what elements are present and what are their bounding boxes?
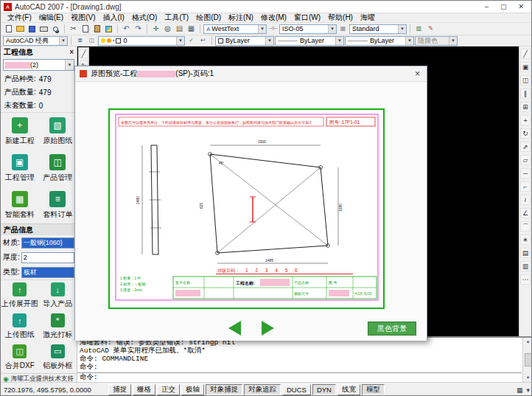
aluminum-frame-button[interactable]: ▭ 铝板外框 <box>39 342 77 373</box>
status-menu-icon[interactable]: ▾ <box>526 386 530 394</box>
command-input[interactable]: 命令: <box>77 372 522 382</box>
copy-object-icon[interactable]: ▣ <box>520 62 531 72</box>
new-project-button[interactable]: ＋ 新建工程 <box>1 113 39 150</box>
type-input[interactable]: 板材 <box>21 267 74 278</box>
upload-drawing-button[interactable]: ↑ 上传图纸 <box>1 311 39 342</box>
dim-style-combo[interactable]: ISO-05 ▼ <box>279 24 337 34</box>
product-manage-button[interactable]: ◫ 产品管理 <box>39 150 77 187</box>
properties-icon[interactable]: ▤ <box>174 24 185 34</box>
make-current-icon[interactable]: ✓ <box>186 35 197 46</box>
merge-dxf-button[interactable]: ◫ 合并DXF <box>1 342 39 373</box>
text-style-combo[interactable]: A WestText ▼ <box>203 24 267 34</box>
copy-icon[interactable] <box>80 24 91 34</box>
combo-arrow-icon[interactable]: ▼ <box>328 25 336 33</box>
import-product-button[interactable]: ↓ 导入产品 <box>39 280 77 311</box>
combo-arrow-icon[interactable]: ▼ <box>398 25 406 33</box>
command-scrollbar[interactable]: ▲ ▼ <box>522 338 532 382</box>
cut-icon[interactable]: ✂ <box>68 24 79 34</box>
nesting-order-button[interactable]: ≡ 套料订单 <box>39 187 77 223</box>
menu-haiyao[interactable]: 海曜 <box>357 13 379 23</box>
minimize-button[interactable]: – <box>485 3 489 10</box>
combo-arrow-icon[interactable]: ▼ <box>258 25 266 33</box>
match-properties-icon[interactable] <box>103 24 114 34</box>
scroll-down-icon[interactable]: ▼ <box>527 375 530 381</box>
workspace-combo[interactable]: AutoCAD 经典 ▼ <box>3 36 68 46</box>
combo-arrow-icon[interactable]: ▼ <box>335 37 343 45</box>
toggle-snap[interactable]: 捕捉 <box>108 384 131 395</box>
explode-icon[interactable]: ∗ <box>520 235 531 245</box>
menu-format[interactable]: 格式(O) <box>128 13 161 23</box>
table-style-combo[interactable]: Standard ▼ <box>349 24 407 34</box>
original-drawings-button[interactable]: ▧ 原始图纸 <box>39 113 77 150</box>
menu-insert[interactable]: 插入(I) <box>99 13 127 23</box>
command-window[interactable]: 海曜套料: 错误: 参数类型错误: stringp nil AutoCAD 菜单… <box>77 336 532 382</box>
combo-arrow-icon[interactable]: ▼ <box>65 60 74 70</box>
array-icon[interactable]: ⊞ <box>520 102 531 112</box>
combo-arrow-icon[interactable]: ▼ <box>59 37 67 45</box>
toggle-otrack[interactable]: 对象追踪 <box>244 384 281 395</box>
lineweight-combo[interactable]: ——— ByLayer ▼ <box>345 36 414 46</box>
linetype-combo[interactable]: ——— ByLayer ▼ <box>275 36 344 46</box>
laser-mark-button[interactable]: ＊ 激光打标 <box>39 311 77 342</box>
more-tools-icon[interactable]: ⋯ <box>520 274 531 285</box>
line-icon[interactable]: ╱ <box>80 49 88 58</box>
close-button[interactable]: ✕ <box>518 3 524 10</box>
dialog-title-bar[interactable]: 原图预览-工程 (SP)-页码:1 × <box>75 66 427 82</box>
toggle-ducs[interactable]: DUCS <box>282 384 311 395</box>
menu-tools[interactable]: 工具(T) <box>161 13 192 23</box>
menu-modify[interactable]: 修改(M) <box>257 13 290 23</box>
break-icon[interactable]: ≀ <box>520 195 531 205</box>
combo-arrow-icon[interactable]: ▼ <box>405 37 413 45</box>
offset-icon[interactable]: ∥ <box>520 88 531 99</box>
scroll-up-icon[interactable]: ▲ <box>527 339 530 344</box>
project-select[interactable]: (2) ▼ <box>3 59 74 71</box>
next-page-button[interactable] <box>262 321 274 336</box>
material-input[interactable]: 一般钢(1060) <box>21 237 74 249</box>
panel-close-icon[interactable]: × <box>69 48 74 56</box>
menu-file[interactable]: 文件(F) <box>4 13 35 23</box>
new-icon[interactable] <box>3 24 14 34</box>
menu-edit[interactable]: 编辑(E) <box>35 13 67 23</box>
toggle-dyn[interactable]: DYN <box>312 384 336 395</box>
menu-dimension[interactable]: 标注(N) <box>225 13 257 23</box>
toggle-ortho[interactable]: 正交 <box>157 384 180 395</box>
paste-icon[interactable] <box>91 24 102 34</box>
table-style-icon[interactable]: ▦ <box>337 24 349 34</box>
menu-window[interactable]: 窗口(W) <box>290 13 324 23</box>
toggle-osnap[interactable]: 对象捕捉 <box>206 384 242 395</box>
undo-icon[interactable]: ↶ <box>121 24 132 34</box>
layer-states-icon[interactable]: ◫ <box>86 35 97 46</box>
fillet-icon[interactable]: ⌒ <box>520 221 531 232</box>
redo-icon[interactable]: ↷ <box>133 24 144 34</box>
menu-help[interactable]: 帮助(H) <box>324 13 357 23</box>
dialog-close-icon[interactable]: × <box>413 69 422 79</box>
toggle-grid[interactable]: 栅格 <box>133 384 155 395</box>
designcenter-icon[interactable]: ▦ <box>186 24 197 34</box>
combo-arrow-icon[interactable]: ▼ <box>176 37 184 45</box>
black-background-button[interactable]: 黑色背景 <box>368 322 416 336</box>
plot-preview-icon[interactable] <box>50 24 61 34</box>
annotation-scale-icon[interactable]: ▦ <box>517 386 523 394</box>
sheet-set-icon[interactable]: ▥ <box>413 24 424 34</box>
extend-icon[interactable]: ⌐ <box>520 181 531 192</box>
color-combo[interactable]: ByLayer ▼ <box>215 36 274 46</box>
combo-arrow-icon[interactable]: ▼ <box>265 37 273 45</box>
toggle-model[interactable]: 模型 <box>362 384 385 395</box>
project-manage-button[interactable]: ▣ 工程管理 <box>1 150 39 187</box>
dim-style-icon[interactable]: ⊣⊢ <box>267 24 279 34</box>
rotate-icon[interactable]: ↻ <box>520 128 531 139</box>
toggle-lineweight[interactable]: 线宽 <box>337 384 360 395</box>
save-icon[interactable] <box>27 24 38 34</box>
plot-icon[interactable] <box>38 24 49 34</box>
menu-view[interactable]: 视图(V) <box>67 13 99 23</box>
layer-properties-icon[interactable]: ≣ <box>74 35 85 46</box>
layer-combo[interactable]: ▪ 0 ▼ <box>98 36 185 46</box>
smart-nesting-button[interactable]: ▦ 智能套料 <box>1 187 39 223</box>
move-icon[interactable]: ＋ <box>520 115 531 125</box>
maximize-button[interactable]: ▢ <box>500 3 507 10</box>
zoom-realtime-icon[interactable]: ◎ <box>162 24 173 34</box>
trim-icon[interactable]: ─ <box>520 168 531 178</box>
erase-icon[interactable]: ╱ <box>520 49 531 59</box>
thickness-input[interactable]: 2 <box>21 252 74 263</box>
markup-icon[interactable]: ✎ <box>425 24 436 34</box>
